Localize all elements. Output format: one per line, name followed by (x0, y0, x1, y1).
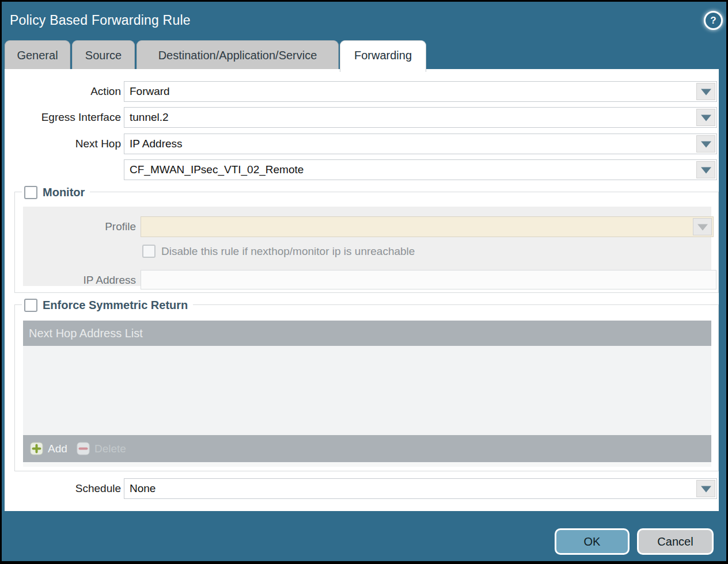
egress-interface-value: tunnel.2 (130, 108, 693, 127)
profile-label: Profile (35, 216, 136, 237)
screen: Policy Based Forwarding Rule ? General S… (0, 0, 728, 564)
action-dropdown-button[interactable] (696, 83, 715, 100)
action-value: Forward (130, 82, 693, 101)
enforce-symmetric-return-fieldset: Enforce Symmetric Return Next Hop Addres… (14, 304, 719, 471)
add-button-label: Add (48, 443, 67, 455)
schedule-value: None (130, 479, 693, 498)
enforce-symmetric-return-label: Enforce Symmetric Return (43, 299, 188, 312)
monitor-fieldset: Monitor Profile Disable this rule if nex… (14, 192, 719, 293)
plus-icon (30, 442, 43, 455)
dialog-title: Policy Based Forwarding Rule (10, 13, 191, 28)
help-icon[interactable]: ? (704, 11, 723, 30)
next-hop-address-value: CF_MWAN_IPsec_VTI_02_Remote (130, 160, 693, 180)
action-dropdown[interactable]: Forward (124, 81, 717, 102)
delete-button[interactable]: Delete (77, 435, 126, 462)
next-hop-address-list-header: Next Hop Address List (23, 321, 711, 346)
egress-interface-label: Egress Interface (6, 107, 121, 128)
chevron-down-icon (701, 115, 711, 121)
enforce-symmetric-return-legend: Enforce Symmetric Return (22, 297, 193, 313)
action-label: Action (6, 81, 121, 102)
next-hop-address-list-toolbar: Add Delete (23, 435, 711, 462)
profile-dropdown[interactable] (141, 216, 714, 237)
cancel-button[interactable]: Cancel (637, 528, 714, 555)
forwarding-tab-panel: Action Forward Egress Interface tunnel.2… (5, 69, 719, 511)
chevron-down-icon (701, 167, 711, 173)
enforce-symmetric-return-checkbox[interactable] (24, 299, 37, 312)
next-hop-address-list-header-label: Next Hop Address List (29, 321, 143, 346)
minus-icon (77, 442, 90, 455)
next-hop-type-value: IP Address (130, 134, 693, 154)
schedule-dropdown[interactable]: None (124, 478, 717, 499)
egress-dropdown-button[interactable] (696, 109, 715, 126)
chevron-down-icon (701, 141, 711, 147)
tab-general[interactable]: General (5, 40, 70, 70)
disable-rule-label: Disable this rule if nexthop/monitor ip … (161, 244, 415, 258)
monitor-ip-address-input[interactable] (141, 270, 716, 289)
next-hop-address-dropdown[interactable]: CF_MWAN_IPsec_VTI_02_Remote (124, 159, 717, 180)
next-hop-dropdown-button[interactable] (696, 135, 715, 153)
chevron-down-icon (697, 224, 708, 230)
chevron-down-icon (701, 486, 711, 492)
next-hop-label: Next Hop (6, 134, 121, 154)
add-button[interactable]: Add (30, 435, 67, 462)
monitor-panel: Profile Disable this rule if nexthop/mon… (23, 207, 711, 286)
table-bottom-strip (23, 462, 711, 467)
ok-button[interactable]: OK (555, 528, 630, 555)
tab-destination-application-service[interactable]: Destination/Application/Service (136, 40, 339, 70)
monitor-legend: Monitor (22, 184, 90, 200)
next-hop-address-dropdown-button[interactable] (696, 161, 715, 178)
schedule-dropdown-button[interactable] (696, 480, 715, 497)
profile-dropdown-button[interactable] (693, 218, 712, 235)
next-hop-type-dropdown[interactable]: IP Address (124, 134, 717, 154)
egress-interface-dropdown[interactable]: tunnel.2 (124, 107, 717, 128)
monitor-ip-address-label: IP Address (35, 270, 136, 290)
chevron-down-icon (701, 89, 711, 95)
delete-button-label: Delete (94, 443, 126, 455)
tab-source[interactable]: Source (72, 40, 135, 70)
monitor-checkbox[interactable] (24, 186, 37, 199)
next-hop-address-list-body[interactable] (23, 346, 711, 435)
disable-rule-checkbox[interactable] (142, 245, 156, 258)
tab-forwarding[interactable]: Forwarding (340, 40, 426, 72)
pbf-rule-dialog: Policy Based Forwarding Rule ? General S… (2, 2, 726, 561)
schedule-label: Schedule (6, 478, 121, 499)
monitor-legend-label: Monitor (43, 186, 85, 199)
